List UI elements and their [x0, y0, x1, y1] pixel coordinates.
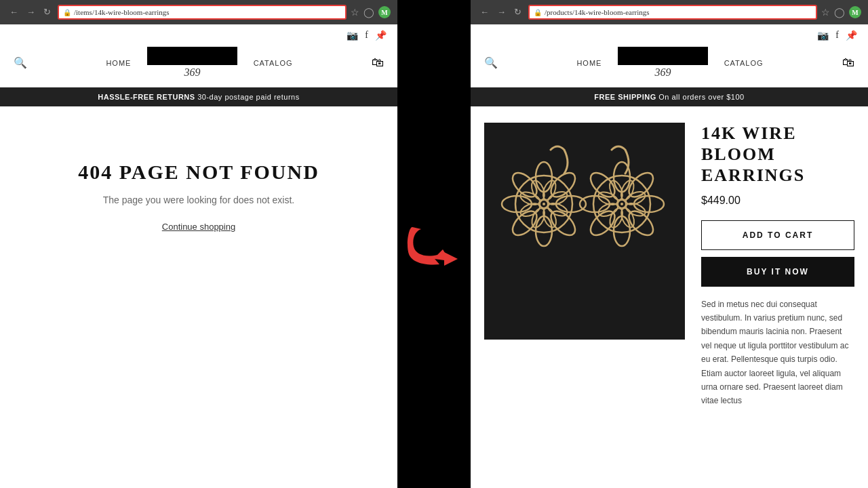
left-social-bar: 📷 f 📌: [0, 24, 397, 44]
right-announcement-bar: FREE SHIPPING On all orders over $100: [471, 87, 868, 106]
svg-point-16: [529, 179, 547, 202]
svg-marker-0: [444, 252, 458, 266]
right-nav-home[interactable]: HOME: [576, 59, 601, 67]
left-browser-panel: ← → ↻ 🔒 /items/14k-wire-bloom-earrings ☆…: [0, 0, 397, 488]
right-announcement-text: On all orders over $100: [656, 93, 745, 101]
right-logo: 369: [618, 47, 707, 79]
left-nav-catalog[interactable]: CATALOG: [254, 59, 293, 67]
right-facebook-icon[interactable]: f: [835, 30, 839, 41]
middle-divider: [397, 0, 468, 488]
right-back-button[interactable]: ←: [477, 5, 492, 19]
right-pinterest-icon[interactable]: 📌: [846, 30, 857, 41]
extensions-icon[interactable]: ◯: [363, 7, 374, 18]
continue-shopping-link[interactable]: Continue shopping: [162, 222, 235, 232]
svg-point-37: [620, 203, 623, 205]
svg-point-35: [607, 179, 625, 202]
forward-button[interactable]: →: [24, 5, 38, 19]
svg-point-18: [542, 203, 545, 205]
earrings-illustration: [496, 136, 673, 326]
left-nav-links: HOME 369 CATALOG: [106, 47, 292, 79]
page-404-subtitle: The page you were looking for does not e…: [103, 195, 295, 205]
left-url: /items/14k-wire-bloom-earrings: [74, 8, 170, 16]
right-nav-links: HOME 369 CATALOG: [576, 47, 763, 79]
left-nav-bar: 🔍 HOME 369 CATALOG 🛍: [0, 44, 397, 87]
right-extensions-icon[interactable]: ◯: [834, 7, 845, 18]
lock-icon: 🔒: [63, 9, 71, 16]
right-cart-icon[interactable]: 🛍: [842, 56, 854, 70]
facebook-icon[interactable]: f: [365, 30, 368, 41]
right-profile-avatar[interactable]: M: [849, 6, 861, 18]
right-site-content: 📷 f 📌 🔍 HOME 369 CATALOG 🛍: [471, 24, 868, 488]
pinterest-icon[interactable]: 📌: [375, 30, 387, 41]
right-nav-bar: 🔍 HOME 369 CATALOG 🛍: [471, 44, 868, 87]
page-404-content: 404 PAGE NOT FOUND The page you were loo…: [0, 106, 397, 286]
product-image: [484, 123, 685, 340]
left-browser-chrome: ← → ↻ 🔒 /items/14k-wire-bloom-earrings ☆…: [0, 0, 397, 24]
left-logo-number: 369: [147, 66, 237, 79]
product-title: 14K WIREBLOOMEARRINGS: [701, 123, 854, 186]
right-forward-button[interactable]: →: [494, 5, 509, 19]
right-star-icon[interactable]: ☆: [821, 7, 830, 18]
right-browser-panel: ← → ↻ 🔒 /products/14k-wire-bloom-earring…: [471, 0, 868, 488]
right-announcement-bold: FREE SHIPPING: [594, 93, 656, 101]
left-site-content: 📷 f 📌 🔍 HOME 369 CATALOG 🛍: [0, 24, 397, 488]
instagram-icon[interactable]: 📷: [347, 30, 358, 41]
right-browser-chrome: ← → ↻ 🔒 /products/14k-wire-bloom-earring…: [471, 0, 868, 24]
right-social-bar: 📷 f 📌: [471, 24, 868, 44]
product-details: 14K WIREBLOOMEARRINGS $449.00 ADD TO CAR…: [701, 123, 854, 408]
page-404-title: 404 PAGE NOT FOUND: [78, 161, 319, 184]
left-announcement-bar: HASSLE-FREE RETURNS 30-day postage paid …: [0, 87, 397, 106]
product-description: Sed in metus nec dui consequat vestibulu…: [701, 298, 854, 408]
left-nav-home[interactable]: HOME: [106, 59, 131, 67]
right-logo-number: 369: [618, 66, 707, 79]
right-logo-box: [618, 47, 707, 65]
left-address-bar[interactable]: 🔒 /items/14k-wire-bloom-earrings: [58, 5, 347, 20]
left-logo: 369: [147, 47, 237, 79]
left-announcement-bold: HASSLE-FREE RETURNS: [98, 93, 195, 101]
left-cart-icon[interactable]: 🛍: [372, 56, 384, 70]
left-announcement-text: 30-day postage paid returns: [195, 93, 300, 101]
right-address-bar[interactable]: 🔒 /products/14k-wire-bloom-earrings: [528, 5, 817, 20]
product-price: $449.00: [701, 195, 854, 207]
back-button[interactable]: ←: [7, 5, 21, 19]
right-nav-catalog[interactable]: CATALOG: [724, 59, 764, 67]
star-icon[interactable]: ☆: [351, 7, 359, 18]
right-search-icon[interactable]: 🔍: [484, 56, 498, 69]
buy-it-now-button[interactable]: BUY IT NOW: [701, 257, 854, 287]
profile-avatar[interactable]: M: [378, 6, 391, 18]
add-to-cart-button[interactable]: ADD TO CART: [701, 220, 854, 250]
redirect-arrow-icon: [402, 217, 463, 271]
right-url: /products/14k-wire-bloom-earrings: [545, 8, 650, 16]
product-page-content: 14K WIREBLOOMEARRINGS $449.00 ADD TO CAR…: [471, 106, 868, 424]
left-logo-box: [147, 47, 237, 65]
right-refresh-button[interactable]: ↻: [511, 5, 524, 19]
right-lock-icon: 🔒: [534, 9, 542, 16]
left-search-icon[interactable]: 🔍: [14, 56, 27, 69]
refresh-button[interactable]: ↻: [41, 5, 54, 19]
right-instagram-icon[interactable]: 📷: [817, 30, 829, 41]
